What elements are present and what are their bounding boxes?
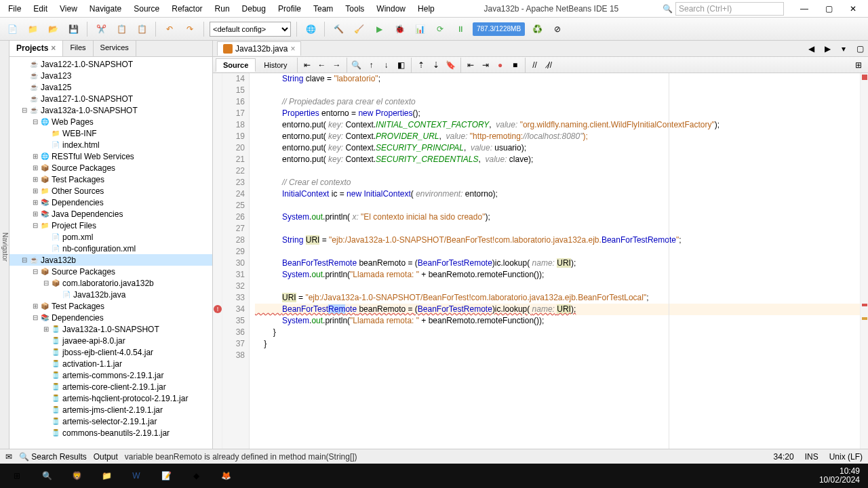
- close-button[interactable]: ✕: [841, 1, 865, 17]
- search-app-icon[interactable]: 🔍: [33, 465, 61, 487]
- gc-icon[interactable]: ♻️: [529, 21, 545, 37]
- next-bookmark-icon[interactable]: ⇣: [429, 58, 443, 72]
- expander-icon[interactable]: ⊞: [42, 325, 50, 333]
- tree-item[interactable]: 📄Java132b.java: [9, 289, 212, 300]
- netbeans-icon[interactable]: ◆: [182, 465, 210, 487]
- expander-icon[interactable]: ⊞: [31, 199, 39, 206]
- expander-icon[interactable]: ⊟: [20, 106, 28, 114]
- find-prev-icon[interactable]: ↑: [365, 58, 378, 72]
- minimize-button[interactable]: —: [792, 1, 816, 17]
- save-all-icon[interactable]: 💾: [65, 21, 81, 37]
- pause-icon[interactable]: ⏸: [452, 21, 469, 37]
- tree-item[interactable]: 🫙artemis-jms-client-2.19.1.jar: [9, 404, 212, 415]
- tree-item[interactable]: ⊞🫙Java132a-1.0-SNAPSHOT: [9, 323, 212, 335]
- search-input[interactable]: Search (Ctrl+I): [675, 2, 784, 16]
- maximize-editor-icon[interactable]: ▢: [852, 41, 868, 57]
- tree-item[interactable]: 🫙artemis-selector-2.19.1.jar: [9, 415, 212, 427]
- expander-icon[interactable]: ⊟: [20, 256, 28, 264]
- error-stripe[interactable]: [860, 73, 868, 449]
- undo-icon[interactable]: ↶: [161, 21, 178, 37]
- tree-item[interactable]: ⊟☕Java132b: [9, 254, 212, 266]
- tree-item[interactable]: ⊞📦Test Packages: [9, 174, 212, 185]
- tree-item[interactable]: ☕Java122-1.0-SNAPSHOT: [9, 58, 212, 70]
- error-glyph-icon[interactable]: !: [214, 305, 222, 313]
- tree-item[interactable]: 🫙artemis-hqclient-protocol-2.19.1.jar: [9, 392, 212, 404]
- open-icon[interactable]: 📂: [45, 21, 61, 37]
- toggle-hl-icon[interactable]: ◧: [395, 58, 408, 72]
- menu-file[interactable]: File: [3, 1, 26, 16]
- menu-debug[interactable]: Debug: [237, 1, 271, 16]
- tree-item[interactable]: ⊟📚Dependencies: [9, 312, 212, 323]
- tab-files[interactable]: Files: [63, 41, 93, 56]
- split-icon[interactable]: ⊞: [852, 58, 865, 72]
- tree-item[interactable]: 🫙artemis-commons-2.19.1.jar: [9, 369, 212, 381]
- expander-icon[interactable]: ⊟: [31, 222, 39, 229]
- tree-item[interactable]: 📄index.html: [9, 139, 212, 150]
- tree-item[interactable]: 🫙artemis-core-client-2.19.1.jar: [9, 381, 212, 392]
- tab-services[interactable]: Services: [94, 41, 136, 56]
- menu-window[interactable]: Window: [371, 1, 411, 16]
- editor-tab[interactable]: Java132b.java ×: [217, 41, 301, 56]
- search-results-tab[interactable]: 🔍 Search Results: [19, 452, 87, 462]
- expander-icon[interactable]: ⊟: [31, 268, 39, 275]
- reload-icon[interactable]: ⟳: [432, 21, 448, 37]
- maximize-button[interactable]: ▢: [816, 1, 841, 17]
- word-icon[interactable]: W: [122, 465, 151, 487]
- tree-item[interactable]: ☕Java127-1.0-SNAPSHOT: [9, 93, 212, 104]
- paste-icon[interactable]: 📋: [134, 21, 150, 37]
- tree-item[interactable]: ⊟📦Source Packages: [9, 266, 212, 277]
- clean-build-icon[interactable]: 🧹: [351, 21, 367, 37]
- tree-item[interactable]: ☕Java123: [9, 70, 212, 81]
- expander-icon[interactable]: ⊞: [31, 176, 39, 183]
- tree-item[interactable]: 🫙javaee-api-8.0.jar: [9, 335, 212, 346]
- notifications-icon[interactable]: ✉: [5, 452, 12, 462]
- menu-tools[interactable]: Tools: [340, 1, 370, 16]
- comment-icon[interactable]: //: [528, 58, 542, 72]
- menu-refactor[interactable]: Refactor: [166, 1, 208, 16]
- explorer-icon[interactable]: 📁: [92, 465, 121, 487]
- profile-icon[interactable]: 📊: [412, 21, 428, 37]
- expander-icon[interactable]: ⊟: [42, 279, 50, 287]
- tree-item[interactable]: ⊞🌐RESTful Web Services: [9, 150, 212, 162]
- firefox-icon[interactable]: 🦊: [212, 465, 240, 487]
- debug-icon[interactable]: 🐞: [391, 21, 408, 37]
- macro-rec-icon[interactable]: ●: [494, 58, 507, 72]
- menu-view[interactable]: View: [54, 1, 83, 16]
- prev-bookmark-icon[interactable]: ⇡: [414, 58, 428, 72]
- last-edit-icon[interactable]: ⇤: [300, 58, 314, 72]
- notepad-icon[interactable]: 📝: [152, 465, 180, 487]
- menu-help[interactable]: Help: [412, 1, 440, 16]
- source-subtab[interactable]: Source: [216, 58, 256, 72]
- build-icon[interactable]: 🔨: [330, 21, 347, 37]
- expander-icon[interactable]: ⊞: [31, 210, 39, 218]
- tree-item[interactable]: ⊞📦Test Packages: [9, 300, 212, 312]
- forward-icon[interactable]: →: [330, 58, 344, 72]
- project-tree[interactable]: ☕Java122-1.0-SNAPSHOT☕Java123☕Java125☕Ja…: [9, 57, 212, 449]
- expander-icon[interactable]: ⊞: [31, 302, 39, 310]
- macro-stop-icon[interactable]: ■: [509, 58, 522, 72]
- start-button[interactable]: ⊞: [3, 465, 31, 487]
- tree-item[interactable]: ⊟☕Java132a-1.0-SNAPSHOT: [9, 104, 212, 116]
- new-project-icon[interactable]: 📁: [24, 21, 41, 37]
- run-icon[interactable]: ▶: [371, 21, 387, 37]
- tree-item[interactable]: 📄pom.xml: [9, 231, 212, 243]
- redo-icon[interactable]: ↷: [182, 21, 198, 37]
- tree-item[interactable]: 📁WEB-INF: [9, 127, 212, 139]
- menu-run[interactable]: Run: [210, 1, 235, 16]
- shift-right-icon[interactable]: ⇥: [479, 58, 492, 72]
- tree-item[interactable]: ⊟🌐Web Pages: [9, 116, 212, 127]
- tree-item[interactable]: ⊟📦com.laboratorio.java132b: [9, 277, 212, 289]
- brave-icon[interactable]: 🦁: [62, 465, 91, 487]
- tab-projects[interactable]: Projects×: [9, 41, 63, 56]
- menu-source[interactable]: Source: [128, 1, 165, 16]
- tree-item[interactable]: ⊞📚Java Dependencies: [9, 208, 212, 220]
- new-file-icon[interactable]: 📄: [4, 21, 20, 37]
- find-next-icon[interactable]: ↓: [380, 58, 393, 72]
- find-sel-icon[interactable]: 🔍: [350, 58, 363, 72]
- expander-icon[interactable]: ⊞: [31, 164, 39, 171]
- config-select[interactable]: <default config>: [210, 22, 291, 37]
- expander-icon[interactable]: ⊞: [31, 187, 39, 195]
- browser-icon[interactable]: 🌐: [302, 21, 319, 37]
- toggle-bookmark-icon[interactable]: 🔖: [444, 58, 458, 72]
- output-tab[interactable]: Output: [94, 452, 118, 462]
